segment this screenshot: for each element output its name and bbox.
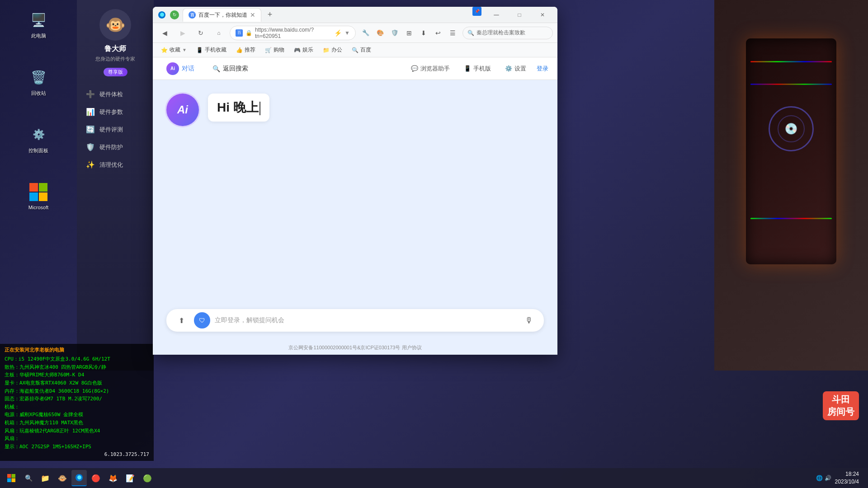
grid-button[interactable]: ⊞ <box>403 27 415 39</box>
browser-content: Ai 对话 🔍 返回搜索 💬 浏览器助手 � <box>153 57 557 355</box>
taskbar-firefox-btn[interactable]: 🦊 <box>105 470 121 486</box>
bookmark-mobile[interactable]: 📱 手机收藏 <box>193 45 230 55</box>
back-button[interactable]: ◀ <box>157 26 172 40</box>
svg-rect-0 <box>29 183 38 192</box>
sidebar-item-hardware-params[interactable]: 📊 硬件参数 <box>77 103 154 121</box>
history-button[interactable]: ↩ <box>432 27 444 39</box>
ludashi-title: 鲁大师 <box>104 44 126 54</box>
thumb-up-icon: 👍 <box>236 47 243 53</box>
login-button[interactable]: 登录 <box>537 65 548 73</box>
doudizhu-logo-area: 斗田 房间号 <box>823 391 859 420</box>
chat-input-bar[interactable]: ⬆ 🛡 立即登录，解锁提问机会 🎙 <box>166 309 544 332</box>
network-icon: 🌐 <box>816 475 823 481</box>
system-info-case: 机箱：九州风神魔方110 MATX黑色 <box>5 419 149 427</box>
browser-assistant-label: 浏览器助手 <box>420 65 450 73</box>
bookmark-baidu-label: 百度 <box>360 46 371 54</box>
sidebar-item-hardware-check[interactable]: ➕ 硬件体检 <box>77 85 154 103</box>
toolbar-actions: 🔧 🎨 🛡️ ⊞ ⬇ ↩ ☰ <box>359 27 459 39</box>
sidebar-item-hardware-test[interactable]: 🔄 硬件评测 <box>77 121 154 138</box>
expand-icon[interactable]: ▼ <box>344 30 350 36</box>
shield-button[interactable]: 🛡️ <box>388 27 401 39</box>
microsoft-icon-label: Microsoft <box>28 205 49 210</box>
menu-button[interactable]: ☰ <box>446 27 459 39</box>
home-button[interactable]: ⌂ <box>212 26 226 40</box>
maximize-button[interactable]: □ <box>509 7 530 23</box>
system-info-fan2: 风扇： <box>5 435 149 443</box>
taskbar-word-btn[interactable]: 📝 <box>122 470 138 486</box>
refresh-button[interactable]: ↻ <box>193 26 208 40</box>
minimize-button[interactable]: ─ <box>486 7 507 23</box>
svg-rect-7 <box>12 479 16 483</box>
nav-conversation[interactable]: Ai 对话 <box>162 60 199 77</box>
chat-area: Ai Hi 晚上 <box>153 80 557 202</box>
sidebar-item-clean-optimize[interactable]: ✨ 清理优化 <box>77 156 154 174</box>
taskbar-search-btn[interactable]: 🔍 <box>21 470 36 486</box>
nav-back-search-label: 返回搜索 <box>223 65 248 73</box>
download-button[interactable]: ⬇ <box>417 27 430 39</box>
tab-close-btn[interactable]: ✕ <box>250 11 255 19</box>
browser-active-tab[interactable]: 百 百度一下，你就知道 ✕ <box>183 8 261 22</box>
bookmark-favorites-label: 收藏 <box>170 46 180 54</box>
microsoft-icon <box>28 181 49 203</box>
start-button[interactable] <box>2 470 20 486</box>
bookmark-office-label: 办公 <box>331 46 342 54</box>
bookmark-shopping[interactable]: 🛒 购物 <box>261 45 288 55</box>
browser-assistant-btn[interactable]: 💬 浏览器助手 <box>407 63 453 75</box>
taskbar-date-display: 2023/10/4 <box>835 478 859 486</box>
taskbar-clock[interactable]: 18:24 2023/10/4 <box>835 470 863 486</box>
svg-rect-4 <box>7 474 11 478</box>
ludashi-badge: 尊享版 <box>104 68 127 76</box>
bookmark-favorites[interactable]: ⭐ 收藏 ▼ <box>157 45 190 55</box>
system-info-panel: 正在安装河北李老板的电脑 CPU：i5 12490F中文原盒3.0/4.6G 6… <box>0 344 154 461</box>
svg-rect-5 <box>12 474 16 478</box>
ai-chat-header-right: 💬 浏览器助手 📱 手机版 ⚙️ 设置 登录 <box>407 63 548 75</box>
chat-spacer <box>153 202 557 302</box>
taskbar-pin-icon[interactable]: 📌 <box>472 7 481 16</box>
bookmark-entertainment-label: 娱乐 <box>302 46 313 54</box>
bookmark-office[interactable]: 📁 办公 <box>319 45 346 55</box>
browser-secure-icon: ↻ <box>170 10 179 19</box>
baidu-icon: 🔍 <box>352 47 359 53</box>
sidebar-item-hardware-protect[interactable]: 🛡️ 硬件防护 <box>77 138 154 156</box>
bookmark-entertainment[interactable]: 🎮 娱乐 <box>290 45 317 55</box>
desktop-icon-computer[interactable]: 🖥️ 此电脑 <box>28 9 49 39</box>
hardware-protect-label: 硬件防护 <box>99 143 123 151</box>
taskbar-ludashi-btn[interactable]: 🐵 <box>54 470 71 486</box>
antivirus-icon: 🔴 <box>91 474 100 483</box>
security-icon: 🛡 <box>194 312 210 328</box>
chat-input-placeholder[interactable]: 立即登录，解锁提问机会 <box>215 316 516 324</box>
refresh-icon: 🔄 <box>86 125 95 134</box>
address-bar[interactable]: 百 🔒 https://www.baidu.com/?tn=620951 ⚡ ▼ <box>230 26 356 40</box>
desktop-icon-control-panel[interactable]: ⚙️ 控制面板 <box>28 124 49 154</box>
system-info-psu: 电源：威刚XPG魔核650W 金牌全模 <box>5 411 149 419</box>
mobile-version-btn[interactable]: 📱 手机版 <box>460 63 495 75</box>
desktop: 🖥️ 此电脑 🗑️ 回收站 ⚙️ 控制面板 Microsoft 🐵 <box>0 0 868 488</box>
system-tray-icons: 🌐 🔊 <box>816 475 831 481</box>
share-button[interactable]: ⬆ <box>173 312 189 328</box>
system-info-gpu: 显卡：AX电竞叛客RTX4060 X2W 8G白色版 <box>5 379 149 387</box>
desktop-icon-microsoft[interactable]: Microsoft <box>28 181 49 210</box>
forward-button[interactable]: ▶ <box>175 26 190 40</box>
ludashi-logo: 🐵 <box>99 9 131 41</box>
taskbar-green-app-btn[interactable]: 🟢 <box>139 470 156 486</box>
microphone-button[interactable]: 🎙 <box>521 312 537 328</box>
taskbar-360-btn[interactable]: 🔴 <box>88 470 104 486</box>
bookmark-baidu[interactable]: 🔍 百度 <box>348 45 375 55</box>
close-button[interactable]: ✕ <box>532 7 553 23</box>
browser-titlebar: ↻ 百 百度一下，你就知道 ✕ + 📌 ─ □ ✕ <box>153 7 557 23</box>
new-tab-button[interactable]: + <box>264 9 276 21</box>
settings-btn[interactable]: ⚙️ 设置 <box>501 63 530 75</box>
desktop-icon-recycle[interactable]: 🗑️ 回收站 <box>28 66 49 97</box>
taskbar-file-explorer-btn[interactable]: 📁 <box>37 470 53 486</box>
plus-icon: ➕ <box>86 90 95 99</box>
clean-optimize-label: 清理优化 <box>99 161 123 169</box>
color-button[interactable]: 🎨 <box>374 27 387 39</box>
nav-back-search[interactable]: 🔍 返回搜索 <box>208 62 253 75</box>
bookmark-recommend[interactable]: 👍 推荐 <box>232 45 259 55</box>
extensions-button[interactable]: 🔧 <box>359 27 372 39</box>
entertainment-icon: 🎮 <box>294 47 301 53</box>
browser-search-bar[interactable]: 🔍 秦总理就枪击案致歉 <box>462 27 553 39</box>
chat-input-area: ⬆ 🛡 立即登录，解锁提问机会 🎙 <box>153 302 557 341</box>
address-favicon: 百 <box>236 29 243 37</box>
taskbar-edge-btn[interactable] <box>71 470 87 486</box>
